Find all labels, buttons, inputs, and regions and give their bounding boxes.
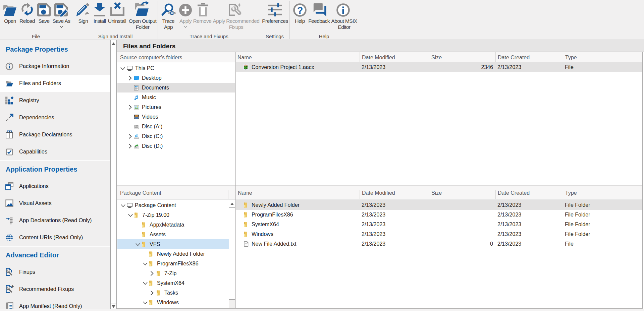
svg-text:?: ?: [297, 5, 303, 16]
